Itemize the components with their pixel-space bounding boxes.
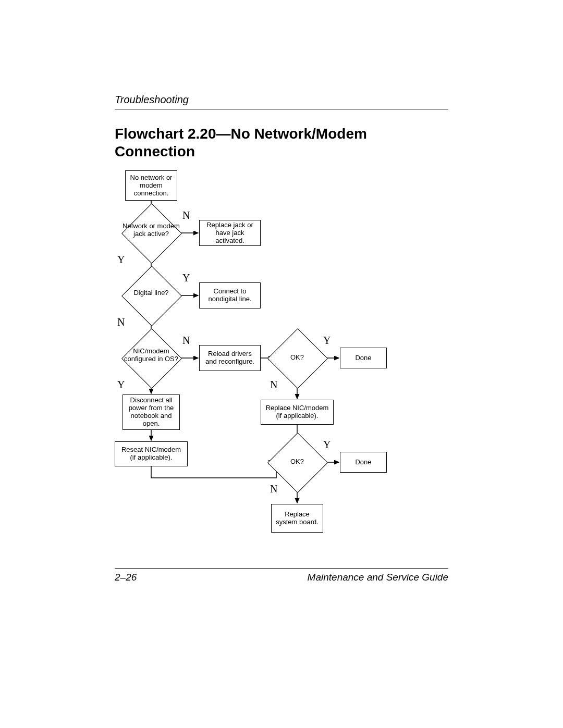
node-start: No network or modem connection. xyxy=(125,170,177,201)
node-replace-nic: Replace NIC/modem (if applicable). xyxy=(261,400,334,425)
decision-digital-line-label: Digital line? xyxy=(123,289,180,297)
page-title: Flowchart 2.20—No Network/Modem Connecti… xyxy=(115,125,448,160)
node-done2: Done xyxy=(340,452,387,473)
section-header: Troubleshooting xyxy=(115,94,448,109)
label-n: N xyxy=(117,316,125,328)
flowchart: No network or modem connection. Network … xyxy=(115,170,448,566)
label-y: Y xyxy=(323,335,331,347)
label-n: N xyxy=(182,209,190,221)
label-y: Y xyxy=(182,272,190,284)
page-number: 2–26 xyxy=(115,572,137,583)
node-reload-drivers: Reload drivers and reconfigure. xyxy=(199,345,261,371)
footer: 2–26 Maintenance and Service Guide xyxy=(115,568,448,583)
node-done1: Done xyxy=(340,348,387,368)
label-n: N xyxy=(270,483,277,495)
node-replace-jack: Replace jack or have jack activated. xyxy=(199,220,261,246)
node-reseat-nic: Reseat NIC/modem (if applicable). xyxy=(115,441,188,466)
label-y: Y xyxy=(323,439,331,451)
label-y: Y xyxy=(117,254,125,266)
decision-nic-configured-label: NIC/modem configured in OS? xyxy=(123,348,180,363)
doc-title: Maintenance and Service Guide xyxy=(308,572,448,583)
decision-ok1-label: OK? xyxy=(268,354,326,362)
decision-ok2-label: OK? xyxy=(268,458,326,466)
node-disconnect-power: Disconnect all power from the notebook a… xyxy=(123,394,180,430)
label-n: N xyxy=(182,335,190,347)
label-n: N xyxy=(270,379,277,391)
label-y: Y xyxy=(117,379,125,391)
node-connect-nondigital: Connect to nondigital line. xyxy=(199,282,261,309)
node-replace-board: Replace system board. xyxy=(271,504,323,533)
decision-jack-active-label: Network or modem jack active? xyxy=(123,223,180,238)
